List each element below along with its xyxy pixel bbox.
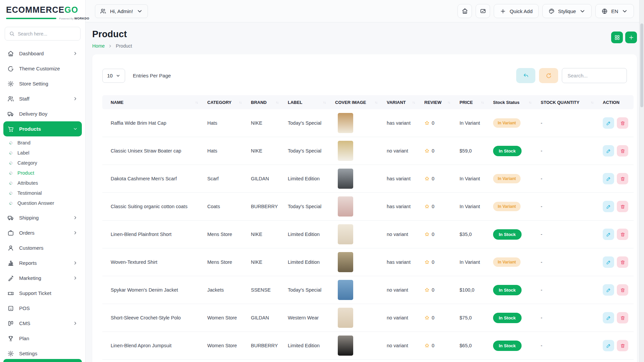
- breadcrumb-home-link[interactable]: Home: [92, 43, 105, 49]
- sort-icon[interactable]: ↑↓: [447, 101, 450, 104]
- delete-button[interactable]: [617, 340, 628, 351]
- sort-icon[interactable]: ↑↓: [412, 101, 415, 104]
- sidebar-item-support-ticket[interactable]: Support Ticket: [3, 286, 82, 301]
- sidebar-item-shipping[interactable]: Shipping: [3, 210, 82, 225]
- column-header-review[interactable]: REVIEW↑↓: [424, 100, 460, 105]
- column-header-price[interactable]: PRICE↑↓: [460, 100, 493, 105]
- column-header-category[interactable]: CATEGORY↑↓: [207, 100, 251, 105]
- grid-view-button[interactable]: [611, 32, 623, 43]
- product-variant: has variant: [387, 120, 424, 126]
- sidebar-item-label: Reports: [19, 260, 37, 266]
- sidebar-item-store-setting[interactable]: Store Setting: [3, 76, 82, 91]
- page-scrollbar[interactable]: [639, 0, 644, 362]
- column-header-action[interactable]: ACTION: [603, 100, 634, 105]
- edit-button[interactable]: [603, 173, 614, 184]
- column-header-brand[interactable]: BRAND↑↓: [251, 100, 288, 105]
- reports-icon: [7, 260, 14, 266]
- sidebar-subitem-question-answer[interactable]: Question Answer: [3, 198, 82, 208]
- edit-button[interactable]: [603, 284, 614, 296]
- column-header-stock-quantity[interactable]: STOCK QUANTITY↑↓: [541, 100, 603, 105]
- sidebar-search-input[interactable]: [18, 31, 78, 37]
- sidebar-item-orders[interactable]: Orders: [3, 225, 82, 240]
- storefront-button[interactable]: [458, 4, 472, 18]
- language-selector-button[interactable]: EN: [595, 4, 634, 18]
- store-selector-button[interactable]: Stylique: [542, 4, 592, 18]
- edit-button[interactable]: [603, 201, 614, 212]
- delete-button[interactable]: [617, 229, 628, 240]
- delete-button[interactable]: [617, 312, 628, 323]
- table-search-input[interactable]: [562, 68, 627, 83]
- admin-menu-button[interactable]: Hi, Admin!: [95, 4, 148, 18]
- sidebar-item-dashboard[interactable]: Dashboard: [3, 46, 82, 61]
- column-header-stock-status[interactable]: Stock Status↑↓: [493, 100, 541, 105]
- admin-label: Hi, Admin!: [110, 8, 133, 14]
- entries-per-page-select[interactable]: 10: [102, 69, 125, 83]
- pencil-icon: [606, 343, 611, 348]
- refresh-button[interactable]: [539, 68, 558, 83]
- product-table: NAME↑↓CATEGORY↑↓BRAND↑↓LABEL↑↓COVER IMAG…: [102, 95, 634, 360]
- sidebar-subitem-testimonial[interactable]: Testimonial: [3, 188, 82, 198]
- sidebar-item-pos[interactable]: POS: [3, 301, 82, 316]
- sidebar-item-products[interactable]: Products: [3, 121, 82, 136]
- sidebar-subitem-label[interactable]: Label: [3, 148, 82, 158]
- sidebar-item-customers[interactable]: Customers: [3, 240, 82, 255]
- sidebar-item-label: CMS: [19, 320, 30, 326]
- sort-icon[interactable]: ↑↓: [375, 101, 377, 104]
- sidebar-item-plan[interactable]: Plan: [3, 331, 82, 346]
- add-product-button[interactable]: [625, 32, 637, 43]
- sort-icon[interactable]: ↑↓: [591, 101, 593, 104]
- sort-icon[interactable]: ↑↓: [323, 101, 326, 104]
- delete-button[interactable]: [617, 201, 628, 212]
- edit-button[interactable]: [603, 145, 614, 157]
- edit-button[interactable]: [603, 229, 614, 240]
- sidebar-item-theme-customize[interactable]: Theme Customize: [3, 61, 82, 76]
- delete-button[interactable]: [617, 256, 628, 268]
- cover-image-cell: [335, 336, 387, 356]
- scrollbar-thumb[interactable]: [640, 23, 643, 107]
- column-header-variant[interactable]: VARIANT↑↓: [387, 100, 424, 105]
- delete-button[interactable]: [617, 145, 628, 157]
- edit-button[interactable]: [603, 117, 614, 129]
- trash-icon: [620, 343, 625, 348]
- sort-icon[interactable]: ↑↓: [276, 101, 278, 104]
- sidebar-subitem-attributes[interactable]: Attributes: [3, 178, 82, 188]
- sort-icon[interactable]: ↑↓: [195, 101, 198, 104]
- quick-add-button[interactable]: Quick Add: [494, 4, 538, 18]
- column-header-cover-image[interactable]: COVER IMAGE↑↓: [335, 100, 387, 105]
- customers-icon: [7, 245, 14, 251]
- delete-button[interactable]: [617, 173, 628, 184]
- product-name: Woven-Textured Shirt: [111, 259, 207, 265]
- sort-icon[interactable]: ↑↓: [529, 101, 531, 104]
- palette-icon: [548, 8, 555, 14]
- product-category: Coats: [207, 204, 251, 209]
- delete-button[interactable]: [617, 284, 628, 296]
- edit-button[interactable]: [603, 340, 614, 351]
- row-actions: [603, 340, 634, 351]
- sidebar-item-staff[interactable]: Staff: [3, 91, 82, 106]
- sidebar-subitem-category[interactable]: Category: [3, 158, 82, 168]
- column-header-label[interactable]: LABEL↑↓: [288, 100, 335, 105]
- cover-image-cell: [335, 308, 387, 328]
- sidebar: ECOMMERCEGO Powered By WORKDO DashboardT…: [0, 0, 86, 362]
- sidebar-item-delivery-boy[interactable]: Delivery Boy: [3, 106, 82, 121]
- sidebar-subitem-brand[interactable]: Brand: [3, 138, 82, 148]
- card-button[interactable]: [476, 4, 490, 18]
- sidebar-item-label: Plan: [19, 336, 29, 341]
- product-brand: SSENSE: [251, 287, 288, 293]
- sort-icon[interactable]: ↑↓: [481, 101, 484, 104]
- row-actions: [603, 201, 634, 212]
- edit-button[interactable]: [603, 312, 614, 323]
- sidebar-item-cms[interactable]: CMS: [3, 316, 82, 331]
- product-cover-image: [338, 141, 353, 161]
- column-header-name[interactable]: NAME↑↓: [111, 100, 207, 105]
- sidebar-item-reports[interactable]: Reports: [3, 255, 82, 270]
- sidebar-search[interactable]: [5, 27, 80, 41]
- product-price: In Variant: [460, 204, 493, 209]
- undo-button[interactable]: [516, 68, 535, 83]
- sort-icon[interactable]: ↑↓: [239, 101, 241, 104]
- delete-button[interactable]: [617, 117, 628, 129]
- product-category: Hats: [207, 148, 251, 154]
- sidebar-subitem-product[interactable]: Product: [3, 168, 82, 178]
- edit-button[interactable]: [603, 256, 614, 268]
- sidebar-item-marketing[interactable]: Marketing: [3, 270, 82, 286]
